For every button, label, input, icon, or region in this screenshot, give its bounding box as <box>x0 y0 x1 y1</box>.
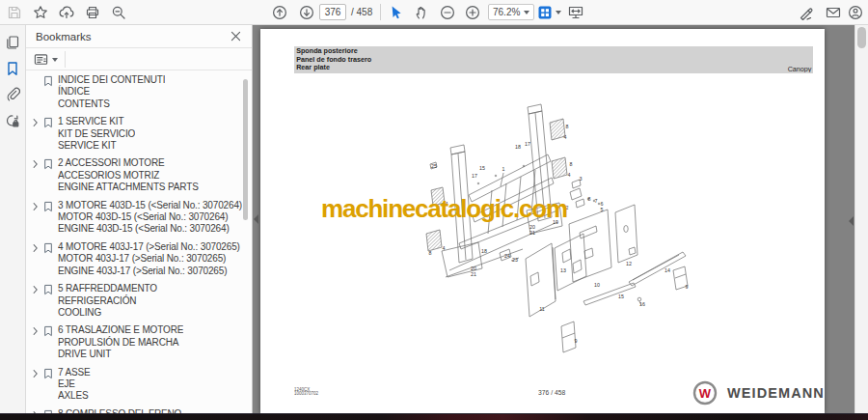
part-number-label: 21 <box>529 230 535 236</box>
parts-diagram: 2518178411517843287654841920211824232021… <box>289 87 825 386</box>
share-upload-icon[interactable] <box>58 4 75 21</box>
page-down-icon[interactable] <box>298 4 315 21</box>
page-title-it: Sponda posteriore <box>296 47 572 56</box>
part-number-label: 25 <box>431 163 437 169</box>
bookmark-label: 1 SERVICE KITKIT DE SERVICIOSERVICE KIT <box>58 116 135 152</box>
part-number-label: 18 <box>515 144 521 150</box>
chevron-right-icon[interactable] <box>32 324 43 336</box>
search-icon[interactable] <box>110 4 127 21</box>
part-number-label: 4 <box>564 134 567 140</box>
page-header-right-label: Canopy <box>787 65 811 72</box>
select-tool-icon[interactable] <box>387 4 404 21</box>
taskbar-edge <box>0 413 868 420</box>
chevron-right-icon[interactable] <box>32 116 43 127</box>
vertical-scrollbar[interactable] <box>854 25 868 413</box>
bookmarks-panel: Bookmarks INDICE DEI CONTENUTIÍNDICECONT… <box>26 25 253 413</box>
bookmarks-panel-toolbar <box>26 48 252 70</box>
save-icon[interactable] <box>6 4 23 21</box>
page-header-bar: Sponda posteriore Panel de fondo trasero… <box>294 46 813 73</box>
collapse-panel-icon[interactable] <box>254 214 258 224</box>
svg-text:W: W <box>699 386 712 401</box>
bookmark-icon <box>43 283 58 295</box>
bookmark-item[interactable]: 3 MOTORE 403D-15 (<Serial No.: 3070264)M… <box>26 197 252 238</box>
part-number-label: 23 <box>512 257 518 263</box>
collapse-right-pane-icon[interactable] <box>849 216 854 226</box>
bookmark-item[interactable]: 5 RAFFREDDAMENTOREFRIGERACIÓNCOOLING <box>26 280 252 322</box>
part-number-label: 8 <box>429 250 432 256</box>
document-viewport[interactable]: Sponda posteriore Panel de fondo trasero… <box>253 25 854 413</box>
chevron-down-icon <box>52 58 58 62</box>
bookmark-icon <box>43 367 58 379</box>
part-number-label: 9 <box>575 338 578 344</box>
chevron-right-icon[interactable] <box>32 157 43 169</box>
bookmark-item[interactable]: INDICE DEI CONTENUTIÍNDICECONTENTS <box>26 71 252 113</box>
bookmark-item[interactable]: 6 TRASLAZIONE E MOTOREPROPULSIÓN DE MARC… <box>26 322 252 363</box>
part-number-label: 5 <box>601 207 604 212</box>
part-number-label: 4 <box>443 245 446 251</box>
star-icon[interactable] <box>32 4 49 21</box>
page-number-input[interactable] <box>319 4 346 20</box>
zoom-in-icon[interactable] <box>464 4 481 21</box>
bookmark-item[interactable]: 2 ACCESSORI MOTOREACCESORIOS MOTRIZENGIN… <box>26 154 252 196</box>
chevron-right-icon[interactable] <box>32 283 43 294</box>
page-display-icon[interactable] <box>536 4 554 21</box>
part-number-label: 15 <box>618 294 624 299</box>
bookmark-options-icon[interactable] <box>34 52 58 67</box>
bookmark-label: 3 MOTORE 403D-15 (<Serial No.: 3070264)M… <box>58 200 242 236</box>
bookmark-label: INDICE DEI CONTENUTIÍNDICECONTENTS <box>58 74 165 110</box>
pdf-page: Sponda posteriore Panel de fondo trasero… <box>260 29 825 413</box>
bookmark-icon <box>43 74 58 87</box>
print-icon[interactable] <box>84 4 101 21</box>
panel-title: Bookmarks <box>36 31 92 42</box>
part-number-label: 10 <box>594 282 600 288</box>
part-number-label: 9 <box>686 284 689 290</box>
top-toolbar: / 458 76.2% <box>0 0 868 25</box>
bookmark-label: 6 TRASLAZIONE E MOTOREPROPULSIÓN DE MARC… <box>58 324 183 360</box>
part-number-label: 24 <box>504 253 510 259</box>
page-title-es: Panel de fondo trasero <box>296 56 572 65</box>
toolbar-divider <box>380 4 381 20</box>
bookmark-item[interactable]: 1 SERVICE KITKIT DE SERVICIOSERVICE KIT <box>26 113 252 154</box>
bookmark-item[interactable]: 7 ASSEEJEAXLES <box>26 364 252 406</box>
close-icon[interactable] <box>230 30 242 42</box>
account-icon[interactable] <box>847 4 864 21</box>
part-number-label: 4 <box>568 172 571 178</box>
part-number-label: 3 <box>580 176 583 182</box>
email-icon[interactable] <box>825 4 842 21</box>
chevron-right-icon[interactable] <box>32 200 43 211</box>
zoom-level-dropdown[interactable]: 76.2% <box>488 4 534 20</box>
part-number-label: 13 <box>560 267 566 273</box>
part-number-label: 8 <box>588 196 591 202</box>
scrollbar-thumb[interactable] <box>857 27 866 48</box>
signatures-icon[interactable] <box>3 111 22 130</box>
fill-sign-icon[interactable] <box>798 4 815 21</box>
zoom-out-icon[interactable] <box>439 4 456 21</box>
page-up-icon[interactable] <box>271 4 288 21</box>
part-number-label: 17 <box>472 173 477 179</box>
page-thumbnails-icon[interactable] <box>3 33 22 52</box>
bookmark-item[interactable]: 8 COMPLESSO DEL FRENOMONTAJE DE FRENOBRA… <box>26 406 252 413</box>
bookmark-label: 4 MOTORE 403J-17 (>Serial No.: 3070265)M… <box>58 241 240 277</box>
diagram-linework <box>426 104 688 352</box>
part-number-label: 8 <box>566 124 569 129</box>
part-number-label: 16 <box>639 301 645 307</box>
chevron-down-icon <box>524 11 529 14</box>
attachments-icon[interactable] <box>3 85 22 104</box>
part-number-label: 15 <box>479 165 485 171</box>
bookmark-icon <box>43 324 58 337</box>
fit-width-icon[interactable] <box>567 4 584 21</box>
navigation-rail <box>0 25 26 413</box>
chevron-down-icon[interactable] <box>556 11 561 14</box>
chevron-right-icon[interactable] <box>32 241 43 253</box>
bookmarks-scrollbar[interactable] <box>243 79 248 220</box>
bookmarks-icon[interactable] <box>3 59 22 78</box>
part-number-label: 21 <box>471 271 476 277</box>
bookmark-icon <box>43 241 58 254</box>
bookmark-item[interactable]: 4 MOTORE 403J-17 (>Serial No.: 3070265)M… <box>26 238 252 280</box>
chevron-right-icon[interactable] <box>32 367 43 378</box>
page-title-en: Rear plate <box>296 64 572 72</box>
hand-tool-icon[interactable] <box>413 4 430 21</box>
part-number-label: 17 <box>525 141 530 147</box>
part-number-label: 18 <box>481 248 487 254</box>
part-number-label: 14 <box>665 267 670 273</box>
